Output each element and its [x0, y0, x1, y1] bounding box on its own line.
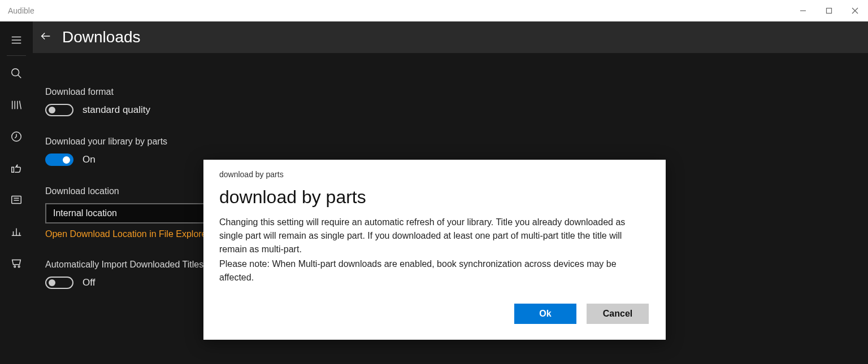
download-location-value: Internal location	[53, 208, 117, 218]
auto-import-value: Off	[83, 277, 95, 288]
download-format-value: standard quality	[83, 104, 150, 116]
sidebar-recommend[interactable]	[5, 156, 28, 180]
dialog-body-1: Changing this setting will require an au…	[219, 216, 649, 256]
svg-point-21	[14, 266, 16, 267]
hamburger-icon	[10, 34, 23, 46]
download-by-parts-value: On	[83, 154, 96, 165]
dialog-buttons: Ok Cancel	[219, 304, 649, 324]
cancel-button[interactable]: Cancel	[587, 304, 649, 324]
dialog-title: download by parts	[219, 187, 649, 208]
sidebar-clock[interactable]	[5, 125, 28, 148]
library-icon	[10, 99, 23, 111]
svg-line-8	[18, 75, 21, 78]
page-header: Downloads	[33, 21, 868, 53]
cart-icon	[10, 257, 23, 269]
app-body: Downloads Download format standard quali…	[0, 21, 868, 364]
sidebar-search[interactable]	[5, 62, 28, 85]
sidebar-cart[interactable]	[5, 251, 28, 275]
ok-button[interactable]: Ok	[514, 304, 576, 324]
sidebar-library[interactable]	[5, 93, 28, 117]
download-format-label: Download format	[45, 87, 868, 97]
news-icon	[10, 194, 23, 206]
window-minimize-button[interactable]	[790, 0, 816, 21]
bar-chart-icon	[10, 225, 23, 238]
download-by-parts-dialog: download by parts download by parts Chan…	[203, 160, 666, 340]
window-title: Audible	[8, 6, 34, 15]
svg-point-22	[18, 266, 20, 267]
dialog-caption: download by parts	[219, 170, 649, 179]
close-icon	[852, 7, 858, 14]
search-icon	[10, 67, 23, 80]
page-title: Downloads	[62, 28, 141, 46]
download-by-parts-toggle[interactable]	[45, 154, 73, 166]
minimize-icon	[800, 7, 806, 14]
download-by-parts-label: Download your library by parts	[45, 137, 868, 147]
back-button[interactable]	[40, 30, 52, 45]
clock-icon	[10, 130, 23, 143]
window-close-button[interactable]	[842, 0, 868, 21]
sidebar-news[interactable]	[5, 188, 28, 212]
sidebar-stats[interactable]	[5, 220, 28, 243]
sidebar-divider	[7, 55, 26, 56]
hamburger-menu-button[interactable]	[5, 28, 28, 52]
auto-import-toggle[interactable]	[45, 277, 73, 289]
window-maximize-button[interactable]	[816, 0, 842, 21]
sidebar	[0, 21, 33, 364]
maximize-icon	[826, 7, 832, 14]
download-format-section: Download format standard quality	[45, 87, 868, 116]
svg-rect-1	[827, 8, 832, 14]
download-format-toggle[interactable]	[45, 104, 73, 116]
thumbs-up-icon	[10, 162, 23, 174]
svg-rect-14	[12, 196, 21, 204]
window-titlebar: Audible	[0, 0, 868, 21]
svg-point-7	[12, 69, 19, 76]
back-arrow-icon	[40, 30, 52, 42]
dialog-body-2: Please note: When Multi-part downloads a…	[219, 257, 649, 284]
window-controls	[790, 0, 868, 21]
svg-line-12	[20, 101, 21, 109]
